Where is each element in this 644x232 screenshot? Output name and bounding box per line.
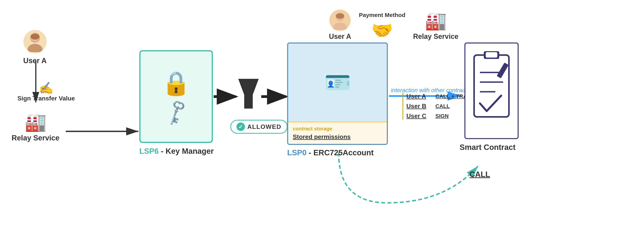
avatar-user-a-left (24, 30, 47, 53)
svg-marker-9 (239, 79, 258, 108)
lock-icon: 🔒 (162, 70, 190, 97)
top-section: User A Payment Method 🤝 🏭 Relay Service (329, 10, 458, 41)
top-user-a-label: User A (329, 32, 351, 41)
smart-contract-label: Smart Contract (460, 143, 516, 152)
interaction-label: interaction with other contracts (391, 87, 470, 94)
lsp0-top: 🪪 (288, 43, 387, 122)
svg-point-6 (28, 44, 42, 52)
funnel-container (237, 77, 260, 112)
user-a-left: User A (23, 30, 47, 65)
sign-icon: ✍️ (39, 81, 54, 95)
sign-transfer-container: ✍️ Sign Transfer Value (18, 81, 75, 102)
top-relay-icon: 🏭 (425, 11, 446, 31)
check-circle-icon: ✓ (236, 122, 245, 131)
id-card-icon: 🪪 (324, 70, 351, 95)
svg-point-8 (31, 34, 39, 40)
perm-user-a: User A (406, 93, 432, 100)
top-relay-service: 🏭 Relay Service (413, 11, 458, 41)
user-a-left-label: User A (23, 57, 47, 65)
allowed-label: ALLOWED (247, 123, 281, 130)
lsp0-bottom: contract storage Stored permissions (288, 122, 387, 144)
top-avatar-user-a (329, 10, 351, 31)
svg-point-19 (336, 13, 344, 19)
lsp0-box: 🪪 contract storage Stored permissions (287, 42, 388, 145)
perm-user-c: User C (406, 113, 432, 119)
handshake-icon: 🤝 (371, 20, 393, 41)
stored-permissions-label: Stored permissions (293, 133, 382, 140)
allowed-badge: ✓ ALLOWED (230, 120, 288, 134)
perm-value-b: CALL (436, 103, 450, 109)
svg-rect-12 (486, 52, 497, 58)
top-user-a: User A (329, 10, 351, 41)
top-relay-label: Relay Service (413, 32, 458, 41)
diagram-container: User A ✍️ Sign Transfer Value 🏭 Relay Se… (0, 0, 644, 232)
key-icon: 🗝️ (160, 96, 192, 128)
payment-method-label: Payment Method (359, 12, 406, 18)
contract-storage-label: contract storage (293, 126, 382, 132)
perm-value-c: SIGN (436, 113, 448, 119)
payment-method-section: Payment Method 🤝 (359, 12, 406, 41)
lsp6-label: LSP6 - Key Manager (139, 147, 214, 155)
perm-user-b: User B (406, 103, 432, 110)
lsp6-box: 🔒 🗝️ (139, 50, 213, 143)
relay-service-left-label: Relay Service (12, 134, 60, 142)
lsp0-label: LSP0 - ERC725Account (287, 148, 374, 157)
smart-contract-box (464, 42, 518, 139)
relay-icon-left: 🏭 (25, 112, 46, 132)
call-label: CALL (470, 170, 490, 179)
svg-point-18 (333, 23, 347, 30)
sign-transfer-label: Sign Transfer Value (18, 95, 75, 102)
relay-service-left: 🏭 Relay Service (12, 112, 60, 142)
